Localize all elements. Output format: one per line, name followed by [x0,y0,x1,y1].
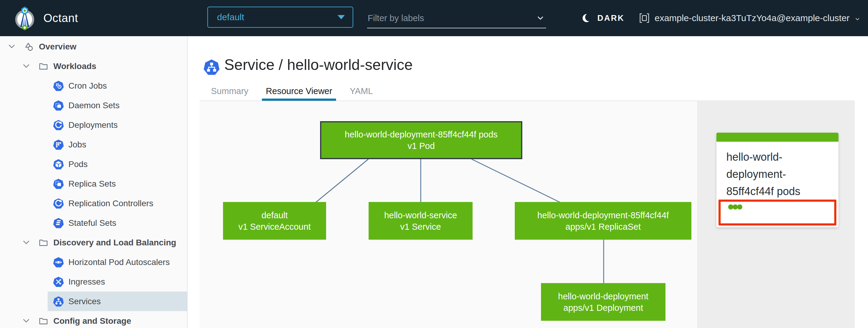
statefulset-icon [53,218,64,229]
label-filter [367,8,546,28]
sidebar-item-label: Jobs [68,140,86,150]
chevron-down-icon [854,16,861,23]
sidebar-item-jobs[interactable]: Jobs [0,135,187,154]
pod-status-dots [721,202,834,211]
brand: Octant [14,0,78,36]
detail-card: hello-world-deployment-85ff4cf44f pods [716,132,838,227]
graph-node-deployment[interactable]: hello-world-deploymentapps/v1 Deployment [541,283,665,321]
sidebar-item-label: Config and Storage [53,316,131,326]
sidebar-item-overview[interactable]: Overview [0,37,187,56]
graph-node-service[interactable]: hello-world-servicev1 Service [369,202,472,240]
moon-icon [582,13,592,24]
graph-node-subtitle: apps/v1 ReplicaSet [565,221,641,233]
dropdown-caret-icon [338,15,345,19]
hpa-icon [53,257,64,268]
sidebar-item-replica-sets[interactable]: Replica Sets [0,174,187,193]
sidebar-item-config-and-storage[interactable]: Config and Storage [0,311,187,328]
sidebar-item-discovery-and-load-balancing[interactable]: Discovery and Load Balancing [0,233,187,252]
sidebar-item-label: Discovery and Load Balancing [53,238,176,247]
pod-status-dot [737,204,742,210]
expander-chevron-icon[interactable] [21,61,32,72]
card-status-bar [716,132,838,142]
tab-yaml[interactable]: YAML [346,81,377,101]
folder-icon [38,316,49,327]
sidebar-item-label: Workloads [53,61,96,71]
namespace-select[interactable]: default [207,7,353,28]
namespace-value: default [217,12,338,22]
tab-resource-viewer[interactable]: Resource Viewer [262,81,336,101]
sidebar-item-label: Deployments [68,120,118,130]
graph-node-title: hello-world-deployment-85ff4cf44f pods [345,129,498,140]
sidebar-item-horizontal-pod-autoscalers[interactable]: Horizontal Pod Autoscalers [0,252,187,272]
app-header: Octant default DARK example-cluster-ka3T… [0,0,868,36]
sidebar-item-label: Horizontal Pod Autoscalers [68,258,170,267]
theme-toggle-label: DARK [597,13,624,23]
expander-chevron-icon[interactable] [7,41,18,52]
app-title: Octant [43,12,78,25]
sidebar-item-replication-controllers[interactable]: Replication Controllers [0,193,187,213]
cluster-icon [638,12,650,24]
sidebar-item-stateful-sets[interactable]: Stateful Sets [0,213,187,233]
expander-chevron-icon[interactable] [21,316,32,327]
cluster-name: example-cluster-ka3TuTzYo4a@example-clus… [655,13,849,23]
sidebar-item-workloads[interactable]: Workloads [0,56,187,76]
folder-icon [38,237,49,248]
folder-icon [38,61,49,72]
sidebar-item-label: Replica Sets [68,179,116,189]
card-title: hello-world-deployment-85ff4cf44f pods [726,148,830,200]
sidebar-item-label: Overview [39,42,76,52]
tab-bar: SummaryResource ViewerYAML [207,81,377,101]
theme-toggle[interactable]: DARK [582,0,624,36]
job-icon [53,139,64,150]
pod-status-box [718,200,836,226]
expander-chevron-icon[interactable] [21,237,32,248]
detail-panel: hello-world-deployment-85ff4cf44f pods [697,101,855,328]
sidebar-item-ingresses[interactable]: Ingresses [0,272,187,292]
page-title: Service / hello-world-service [224,56,412,73]
service-resource-icon [204,59,220,76]
pod-icon [53,159,64,170]
sidebar-item-pods[interactable]: Pods [0,154,187,174]
graph-node-title: hello-world-deployment [558,291,649,302]
sidebar-item-label: Services [68,297,101,306]
sidebar-item-label: Daemon Sets [68,101,120,110]
graph-node-subtitle: v1 Pod [407,140,435,152]
chevron-down-icon[interactable] [536,13,545,23]
sidebar-item-label: Ingresses [68,277,105,287]
label-filter-input[interactable] [367,13,536,24]
graph-node-title: default [261,210,287,221]
service-icon [53,296,64,307]
sidebar-item-daemon-sets[interactable]: Daemon Sets [0,95,187,115]
graph-node-subtitle: v1 ServiceAccount [239,221,311,233]
tab-summary[interactable]: Summary [207,81,252,101]
octant-logo-icon [14,5,36,31]
daemonset-icon [53,100,64,111]
sidebar: OverviewWorkloadsCron JobsDaemon SetsDep… [0,36,187,328]
replicationcontroller-icon [53,198,64,209]
objects-icon [24,41,34,52]
graph-node-pod[interactable]: hello-world-deployment-85ff4cf44f podsv1… [320,121,522,159]
sidebar-item-label: Stateful Sets [68,218,116,228]
graph-node-title: hello-world-deployment-85ff4cf44f [537,210,669,221]
resource-viewer-canvas: hello-world-deployment-85ff4cf44f pods h… [199,101,855,328]
graph-node-serviceaccount[interactable]: defaultv1 ServiceAccount [223,202,326,240]
deployment-icon [53,120,64,130]
sidebar-item-label: Replication Controllers [68,199,153,208]
graph-node-subtitle: v1 Service [400,221,441,233]
sidebar-item-services[interactable]: Services [0,292,187,311]
sidebar-item-label: Cron Jobs [68,81,107,91]
main-content: Service / hello-world-service SummaryRes… [187,36,868,328]
ingress-icon [53,276,64,287]
replicaset-icon [53,178,64,189]
graph-node-title: hello-world-service [384,210,457,221]
graph-node-subtitle: apps/v1 Deployment [563,302,643,314]
cronjob-icon [53,81,64,91]
sidebar-item-cron-jobs[interactable]: Cron Jobs [0,76,187,95]
graph-node-replicaset[interactable]: hello-world-deployment-85ff4cf44fapps/v1… [515,202,691,240]
cluster-selector[interactable]: example-cluster-ka3TuTzYo4a@example-clus… [638,0,861,36]
sidebar-item-label: Pods [68,159,88,169]
sidebar-item-deployments[interactable]: Deployments [0,115,187,135]
